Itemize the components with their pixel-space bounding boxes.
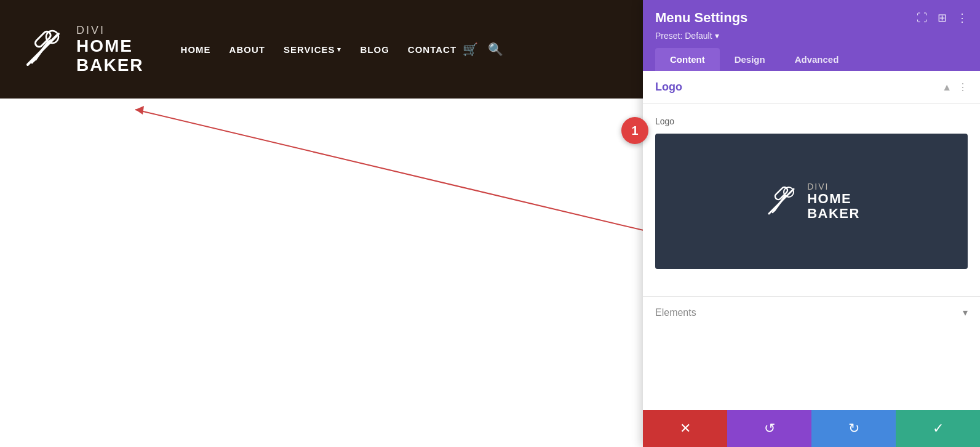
elements-section[interactable]: Elements ▾ bbox=[643, 296, 980, 328]
logo-text: DIVI HOMEBAKER bbox=[76, 24, 144, 75]
nav-icons: 🛒 🔍 bbox=[463, 42, 503, 57]
logo-main-text: HOMEBAKER bbox=[76, 37, 144, 75]
more-options-icon[interactable]: ⋮ bbox=[957, 11, 968, 25]
elements-chevron-icon: ▾ bbox=[963, 307, 968, 318]
preview-area: DIVI HOMEBAKER HOME ABOUT SERVICES ▾ BLO… bbox=[0, 0, 643, 447]
search-icon[interactable]: 🔍 bbox=[488, 42, 503, 57]
nav-item-contact[interactable]: CONTACT bbox=[408, 44, 456, 55]
nav-item-blog[interactable]: BLOG bbox=[360, 44, 389, 55]
save-button[interactable]: ✓ bbox=[896, 410, 980, 447]
panel-header: Menu Settings ⛶ ⊞ ⋮ Preset: Default ▾ Co… bbox=[643, 0, 980, 71]
svg-line-5 bbox=[36, 39, 50, 60]
logo-area: DIVI HOMEBAKER bbox=[18, 24, 144, 75]
section-more-icon[interactable]: ⋮ bbox=[958, 81, 968, 93]
nav-item-about[interactable]: ABOUT bbox=[229, 44, 265, 55]
tab-advanced[interactable]: Advanced bbox=[780, 48, 854, 71]
logo-section-title: Logo bbox=[655, 81, 682, 94]
panel-header-icons: ⛶ ⊞ ⋮ bbox=[917, 11, 968, 25]
logo-preview-inner: DIVI HOMEBAKER bbox=[763, 182, 860, 221]
settings-panel: Menu Settings ⛶ ⊞ ⋮ Preset: Default ▾ Co… bbox=[643, 0, 980, 447]
logo-section-header: Logo ▲ ⋮ bbox=[643, 71, 980, 104]
cancel-button[interactable]: ✕ bbox=[643, 410, 727, 447]
content-area bbox=[0, 99, 643, 447]
nav-item-services[interactable]: SERVICES ▾ bbox=[284, 44, 342, 55]
logo-preview-icon bbox=[763, 183, 800, 220]
cart-icon[interactable]: 🛒 bbox=[463, 42, 478, 57]
panel-preset[interactable]: Preset: Default ▾ bbox=[655, 31, 968, 41]
logo-field-label: Logo bbox=[655, 116, 968, 126]
panel-content: Logo ▲ ⋮ Logo bbox=[643, 71, 980, 410]
svg-line-11 bbox=[773, 196, 785, 212]
panel-tabs: Content Design Advanced bbox=[655, 48, 968, 71]
elements-label: Elements bbox=[655, 307, 696, 318]
logo-preview-divi: DIVI bbox=[807, 182, 860, 191]
expand-icon[interactable]: ⛶ bbox=[917, 12, 928, 25]
panel-title: Menu Settings bbox=[655, 10, 747, 26]
redo-button[interactable]: ↻ bbox=[811, 410, 896, 447]
tab-content[interactable]: Content bbox=[655, 48, 720, 71]
logo-icon bbox=[18, 25, 68, 74]
chevron-up-icon[interactable]: ▲ bbox=[942, 82, 952, 93]
dropdown-arrow-icon: ▾ bbox=[337, 46, 341, 54]
preset-dropdown-icon: ▾ bbox=[715, 31, 719, 41]
tab-design[interactable]: Design bbox=[720, 48, 780, 71]
panel-title-row: Menu Settings ⛶ ⊞ ⋮ bbox=[655, 10, 968, 26]
panel-footer: ✕ ↺ ↻ ✓ bbox=[643, 410, 980, 447]
logo-preview[interactable]: DIVI HOMEBAKER bbox=[655, 134, 968, 269]
step-badge: 1 bbox=[621, 117, 648, 144]
site-header: DIVI HOMEBAKER HOME ABOUT SERVICES ▾ BLO… bbox=[0, 0, 643, 99]
logo-preview-main: HOMEBAKER bbox=[807, 191, 860, 221]
undo-button[interactable]: ↺ bbox=[727, 410, 811, 447]
columns-icon[interactable]: ⊞ bbox=[938, 11, 947, 25]
logo-divi-text: DIVI bbox=[76, 24, 144, 37]
svg-rect-1 bbox=[34, 30, 52, 49]
panel-body: Logo DIVI bbox=[643, 104, 980, 296]
nav-item-home[interactable]: HOME bbox=[181, 44, 211, 55]
logo-preview-text: DIVI HOMEBAKER bbox=[807, 182, 860, 221]
logo-section-icons: ▲ ⋮ bbox=[942, 81, 968, 93]
nav-menu: HOME ABOUT SERVICES ▾ BLOG CONTACT bbox=[181, 44, 456, 55]
